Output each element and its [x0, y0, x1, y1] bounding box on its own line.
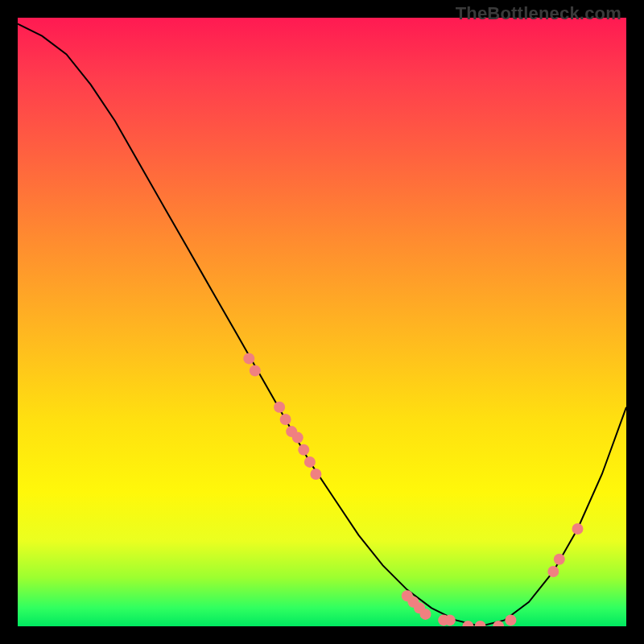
data-point — [280, 414, 291, 425]
data-point — [304, 456, 316, 468]
data-point — [547, 566, 559, 577]
data-point — [274, 402, 285, 413]
plot-svg — [18, 18, 626, 626]
scatter-group — [243, 353, 583, 626]
data-point — [292, 432, 303, 444]
data-point — [310, 469, 321, 480]
data-point — [444, 614, 456, 625]
data-point — [572, 523, 584, 535]
watermark-text: TheBottleneck.com — [456, 3, 621, 24]
data-point — [250, 365, 261, 377]
data-point — [420, 609, 431, 620]
data-point — [554, 554, 565, 565]
data-point — [475, 621, 486, 626]
data-point — [298, 444, 309, 456]
data-point — [505, 614, 516, 625]
bottleneck-curve — [18, 24, 626, 626]
chart-area — [18, 18, 626, 626]
data-point — [243, 353, 254, 364]
